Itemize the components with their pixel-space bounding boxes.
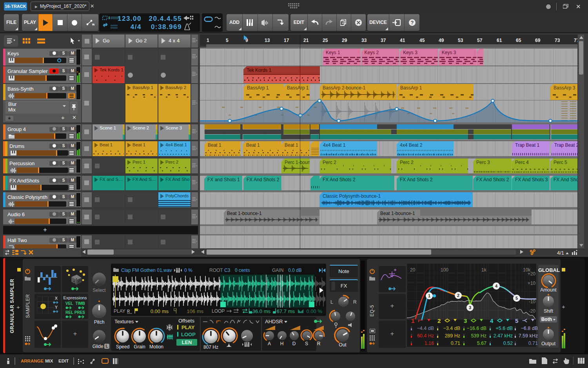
- svg-text:+20: +20: [528, 271, 536, 277]
- svg-text:RAM: RAM: [168, 336, 173, 339]
- svg-text:w: w: [92, 22, 94, 26]
- svg-text:2: 2: [457, 293, 459, 298]
- svg-text:5: 5: [515, 296, 518, 301]
- svg-text:EQ-5: EQ-5: [369, 305, 375, 317]
- svg-text:-10: -10: [529, 299, 536, 304]
- svg-text:?: ?: [410, 20, 414, 26]
- svg-text:GRANULAR SAMPLER: GRANULAR SAMPLER: [9, 279, 15, 333]
- svg-text:1k: 1k: [481, 267, 487, 273]
- svg-text:1: 1: [428, 293, 430, 298]
- svg-text:4: 4: [495, 284, 498, 288]
- svg-text:3: 3: [469, 305, 471, 310]
- svg-text:20: 20: [410, 267, 416, 273]
- svg-text:+10: +10: [528, 281, 536, 286]
- svg-text:R: R: [127, 309, 130, 313]
- svg-text:100: 100: [441, 267, 448, 273]
- svg-text:SAMPLER: SAMPLER: [25, 294, 31, 318]
